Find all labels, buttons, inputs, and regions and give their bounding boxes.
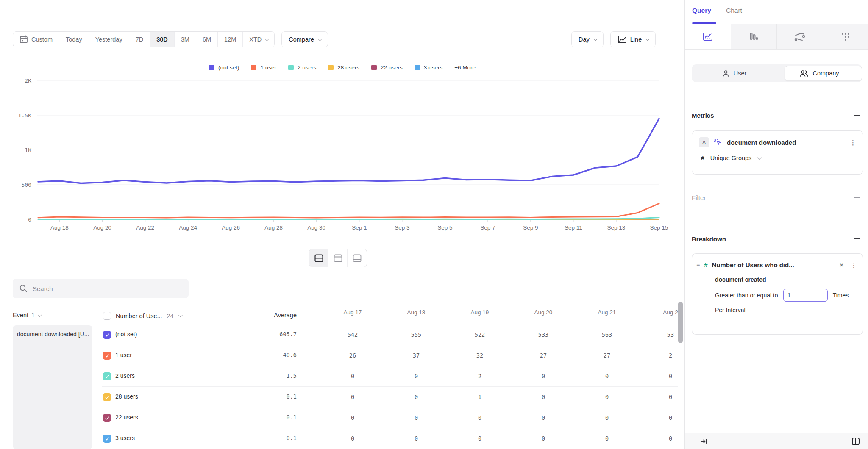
legend-swatch [288,65,294,70]
per-interval-label[interactable]: Per Interval [696,307,857,313]
series-label: 3 users [115,435,135,441]
add-filter-button[interactable] [854,194,860,201]
table-cell: 0 [321,394,384,400]
series-label: 2 users [115,372,135,379]
event-click-icon [714,138,722,147]
compare-button[interactable]: Compare [281,31,328,47]
series-checkbox[interactable] [103,435,111,443]
table-row[interactable]: 28 users0.1001000 [102,387,678,407]
series-checkbox[interactable] [103,393,111,401]
chart-type-dropdown[interactable]: Line [610,31,656,47]
vertical-scrollbar[interactable] [678,302,683,343]
chart-type-label: Line [630,36,642,43]
chart-only-layout-button[interactable] [328,249,348,267]
calendar-icon [19,35,28,44]
series-checkbox[interactable] [103,331,111,339]
date-range-12m[interactable]: 12M [218,32,243,47]
date-range-6m[interactable]: 6M [196,32,218,47]
svg-text:Sep 7: Sep 7 [480,224,495,231]
legend-item[interactable]: 1 user [251,64,276,71]
table-cell: 32 [448,352,512,359]
company-label: Company [812,70,839,77]
date-range-custom[interactable]: Custom [13,32,59,47]
collapse-panel-icon[interactable] [700,438,708,445]
kebab-menu-icon[interactable]: ⋮ [850,139,856,146]
date-range-xtd[interactable]: XTD [243,32,274,47]
selected-event-cell[interactable]: document downloaded [U... [13,325,92,449]
chevron-down-icon [178,313,183,317]
svg-text:Aug 22: Aug 22 [136,224,154,231]
breakdown-heading: Breakdown [692,236,726,243]
flow-chart-icon [794,31,806,42]
row-date-values: 000000 [302,414,678,421]
svg-text:Sep 3: Sep 3 [395,224,409,231]
table-cell: 0 [512,373,575,380]
series-label: 22 users [115,414,138,421]
legend-item[interactable]: 22 users [371,64,403,71]
legend-item[interactable]: 28 users [328,64,359,71]
date-range-yesterday[interactable]: Yesterday [89,32,129,47]
svg-text:Sep 1: Sep 1 [352,224,367,231]
chart-type-scatter-button[interactable] [823,24,868,49]
drag-handle-icon[interactable]: ≡ [696,262,700,269]
legend-item[interactable]: 2 users [288,64,316,71]
event-header-label: Event [13,312,28,319]
tab-query[interactable]: Query [692,7,711,14]
date-toolbar: CustomTodayYesterday7D30D3M6M12MXTD Comp… [13,31,328,47]
series-checkbox[interactable] [103,372,111,380]
bar-chart-icon [748,31,759,42]
table-only-layout-button[interactable] [348,249,367,267]
add-metric-button[interactable] [854,112,860,119]
measure-selector[interactable]: Unique Groups [710,155,752,161]
search-input[interactable]: Search [13,279,189,298]
average-value: 1.5 [237,372,297,379]
svg-text:Sep 11: Sep 11 [565,224,582,231]
table-row[interactable]: 1 user40.626373227272 [102,345,678,366]
event-column-header[interactable]: Event 1 [13,312,41,319]
breakdown-event-name[interactable]: document created [696,276,857,283]
table-cell: 53 [639,331,678,338]
kebab-menu-icon[interactable]: ⋮ [851,262,857,268]
table-row[interactable]: 22 users0.1000000 [102,407,678,428]
chart-type-line-button[interactable] [685,24,731,49]
table-cell: 563 [575,331,639,338]
breakdown-card[interactable]: ≡ # Number of Users who did... × ⋮ docum… [692,253,863,335]
times-input[interactable] [783,289,828,302]
split-layout-button[interactable] [309,249,328,267]
tab-chart[interactable]: Chart [726,7,742,14]
date-range-30d[interactable]: 30D [150,32,175,47]
chevron-down-icon [265,37,269,41]
chevron-down-icon [593,37,598,41]
table-cell: 0 [575,414,639,421]
legend-item[interactable]: (not set) [209,64,239,71]
metric-card[interactable]: A document downloaded ⋮ # Unique Groups [692,130,863,175]
legend-item[interactable]: 3 users [415,64,442,71]
close-icon[interactable]: × [839,261,844,269]
series-checkbox[interactable] [103,352,111,360]
date-range-3m[interactable]: 3M [175,32,196,47]
row-date-values: 000000 [302,435,678,442]
legend-more[interactable]: +6 More [454,64,476,71]
chart-type-bar-button[interactable] [731,24,777,49]
toggle-company[interactable]: Company [777,64,862,82]
series-checkbox[interactable] [103,414,111,422]
table-cell: 2 [448,373,512,380]
condition-label[interactable]: Greater than or equal to [715,292,778,299]
split-panel-icon[interactable] [851,437,860,446]
chart-type-flow-button[interactable] [776,24,823,49]
toggle-user[interactable]: User [692,64,777,82]
add-breakdown-button[interactable] [854,236,860,242]
interval-dropdown[interactable]: Day [571,31,604,47]
indeterminate-checkbox[interactable] [103,312,111,320]
table-row[interactable]: 2 users1.5002000 [102,366,678,387]
layout-toggle-group [309,249,367,267]
table-cell: 0 [639,394,678,400]
row-date-values: 002000 [302,372,678,380]
table-row[interactable]: 3 users0.1000000 [102,428,678,449]
metric-event-name[interactable]: document downloaded [727,139,845,146]
date-range-7d[interactable]: 7D [129,32,150,47]
date-range-today[interactable]: Today [59,32,89,47]
table-row[interactable]: (not set)605.754255552253356353 [102,324,678,345]
series-column-header[interactable]: Number of Use... 24 [103,312,181,320]
table-cell: 0 [639,414,678,421]
